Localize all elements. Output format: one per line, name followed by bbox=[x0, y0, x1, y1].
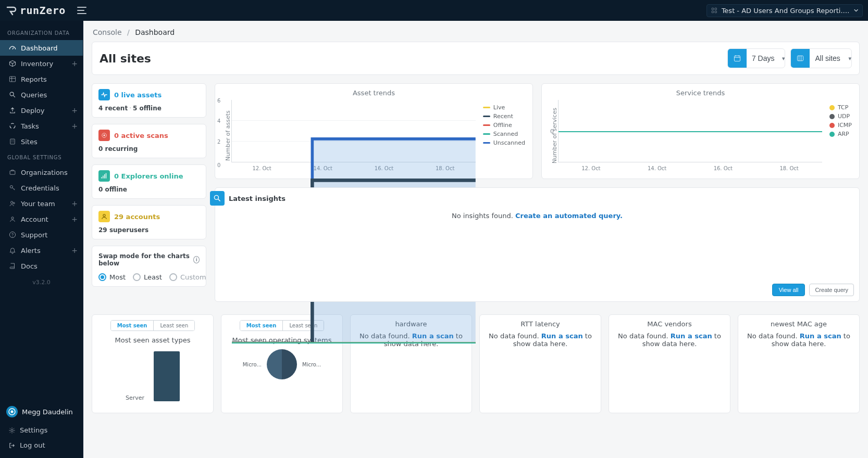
site-select[interactable]: All sites bbox=[810, 49, 852, 68]
chevron-down-icon bbox=[854, 8, 858, 13]
site-selector[interactable]: All sites ▾ bbox=[790, 48, 852, 68]
stat-sub: 29 superusers bbox=[98, 226, 200, 234]
settings-label: Settings bbox=[20, 426, 47, 434]
plus-icon[interactable]: + bbox=[71, 247, 78, 254]
asset-trends-chart[interactable]: 0 2 4 6 bbox=[231, 100, 476, 162]
svg-point-22 bbox=[104, 135, 105, 136]
sidebar-item-settings[interactable]: Settings bbox=[0, 423, 83, 438]
create-query-link[interactable]: Create an automated query. bbox=[515, 212, 623, 220]
svg-rect-19 bbox=[734, 56, 740, 61]
sidebar-item-label: Organizations bbox=[21, 169, 68, 176]
svg-point-11 bbox=[13, 202, 15, 204]
svg-rect-2 bbox=[712, 11, 713, 12]
breadcrumb: Console / Dashboard bbox=[83, 21, 868, 41]
pie-label-right: Micro... bbox=[302, 362, 321, 367]
view-all-button[interactable]: View all bbox=[772, 284, 805, 296]
pie-label-left: Micro... bbox=[243, 362, 262, 367]
mode-radio-least[interactable]: Least bbox=[133, 273, 162, 281]
sidebar-item-alerts[interactable]: Alerts + bbox=[0, 243, 83, 258]
sidebar-item-label: Account bbox=[21, 215, 48, 223]
sidebar-item-logout[interactable]: Log out bbox=[0, 438, 83, 453]
card-title: Asset trends bbox=[222, 89, 525, 97]
mode-radio-custom[interactable]: Custom bbox=[169, 273, 206, 281]
version: v3.2.0 bbox=[0, 274, 83, 291]
sidebar-item-deploy[interactable]: Deploy + bbox=[0, 103, 83, 118]
nav-heading-org: ORGANIZATION DATA bbox=[0, 25, 83, 40]
asset-types-chart[interactable]: Server bbox=[97, 349, 208, 401]
plus-icon[interactable]: + bbox=[71, 200, 78, 207]
sidebar-item-label: Inventory bbox=[21, 60, 53, 68]
stat-explorers[interactable]: 0 Explorers online 0 offline bbox=[92, 164, 206, 199]
mini-title: MAC vendors bbox=[614, 320, 725, 328]
run-scan-link[interactable]: Run a scan bbox=[671, 332, 712, 340]
pie bbox=[267, 349, 297, 379]
mode-radio-most[interactable]: Most bbox=[98, 273, 126, 281]
stat-live-assets[interactable]: 0 live assets 4 recent·5 offline bbox=[92, 83, 206, 118]
service-trends-legend: TCP UDP ICMP ARP bbox=[822, 100, 852, 171]
building-icon bbox=[8, 137, 17, 146]
sidebar-item-inventory[interactable]: Inventory + bbox=[0, 56, 83, 71]
sidebar-item-reports[interactable]: Reports bbox=[0, 71, 83, 87]
sidebar-item-label: Docs bbox=[21, 262, 38, 270]
run-scan-link[interactable]: Run a scan bbox=[800, 332, 841, 340]
asset-trends-card: Asset trends Number of assets 0 2 4 6 bbox=[215, 83, 533, 179]
plus-icon[interactable]: + bbox=[71, 215, 78, 223]
sidebar-item-label: Support bbox=[21, 231, 47, 239]
tab-most-seen[interactable]: Most seen bbox=[111, 321, 154, 330]
sidebar-item-label: Your team bbox=[21, 200, 55, 208]
org-grid-icon bbox=[711, 7, 717, 14]
users-icon bbox=[8, 199, 17, 208]
spinner-icon bbox=[8, 122, 17, 130]
stat-accounts[interactable]: 29 accounts 29 superusers bbox=[92, 205, 206, 239]
sidebar-item-dashboard[interactable]: Dashboard bbox=[0, 40, 83, 56]
range-select[interactable]: 7 Days bbox=[747, 49, 786, 68]
plus-icon[interactable]: + bbox=[71, 60, 78, 67]
sidebar-item-sites[interactable]: Sites bbox=[0, 134, 83, 149]
create-query-button[interactable]: Create query bbox=[809, 284, 854, 296]
user-row[interactable]: Megg Daudelin bbox=[0, 401, 83, 423]
insights-title: Latest insights bbox=[229, 195, 286, 202]
sidebar-item-docs[interactable]: Docs bbox=[0, 258, 83, 274]
stat-sub: 0 recurring bbox=[98, 145, 200, 152]
stat-active-scans[interactable]: 0 active scans 0 recurring bbox=[92, 124, 206, 158]
os-chart[interactable]: Micro... Micro... bbox=[227, 349, 337, 379]
svg-rect-1 bbox=[715, 8, 716, 9]
sidebar-item-support[interactable]: Support bbox=[0, 227, 83, 243]
info-icon[interactable]: i bbox=[193, 256, 200, 263]
sidebar-item-label: Tasks bbox=[21, 122, 39, 130]
bell-icon bbox=[8, 246, 17, 255]
newest-mac-age-card: newest MAC age No data found. Run a scan… bbox=[738, 314, 860, 413]
stat-label: 29 accounts bbox=[114, 213, 160, 221]
mini-tabs: Most seen Least seen bbox=[110, 320, 195, 331]
gauge-icon bbox=[8, 44, 17, 52]
plus-icon[interactable]: + bbox=[71, 107, 78, 114]
user-name: Megg Daudelin bbox=[22, 408, 73, 416]
range-selector[interactable]: 7 Days ▾ bbox=[727, 48, 786, 68]
svg-point-17 bbox=[11, 411, 14, 413]
run-scan-link[interactable]: Run a scan bbox=[541, 332, 583, 340]
insights-empty: No insights found. Create an automated q… bbox=[215, 212, 859, 220]
breadcrumb-root[interactable]: Console bbox=[93, 28, 122, 36]
org-switcher[interactable]: Test - AD Users And Groups Reporti... (a… bbox=[706, 4, 863, 17]
sidebar-item-tasks[interactable]: Tasks + bbox=[0, 118, 83, 134]
card-title: Service trends bbox=[549, 89, 852, 97]
swap-mode-card: Swap mode for the charts below i Most Le… bbox=[92, 246, 206, 287]
sidebar-item-organizations[interactable]: Organizations bbox=[0, 164, 83, 180]
sidebar-item-queries[interactable]: Queries bbox=[0, 87, 83, 103]
logo-icon bbox=[6, 5, 17, 16]
stat-sub: 4 recent·5 offline bbox=[98, 105, 200, 112]
menu-toggle-icon[interactable] bbox=[75, 5, 89, 16]
bar-label: Server bbox=[126, 395, 144, 401]
brand-text: runZero bbox=[20, 4, 66, 17]
svg-rect-7 bbox=[10, 139, 15, 144]
nodata: No data found. Run a scan to show data h… bbox=[743, 332, 854, 348]
plus-icon[interactable]: + bbox=[71, 122, 78, 130]
tab-least-seen[interactable]: Least seen bbox=[153, 321, 194, 330]
asset-trends-legend: Live Recent Offline Scanned Unscanned bbox=[476, 100, 525, 171]
sidebar-item-credentials[interactable]: Credentials bbox=[0, 180, 83, 196]
service-trends-chart[interactable]: 0 bbox=[558, 100, 822, 162]
brand-logo[interactable]: runZero bbox=[6, 4, 66, 17]
sidebar-item-account[interactable]: Account + bbox=[0, 211, 83, 227]
sidebar-item-your-team[interactable]: Your team + bbox=[0, 196, 83, 211]
sidebar-item-label: Reports bbox=[21, 75, 47, 83]
